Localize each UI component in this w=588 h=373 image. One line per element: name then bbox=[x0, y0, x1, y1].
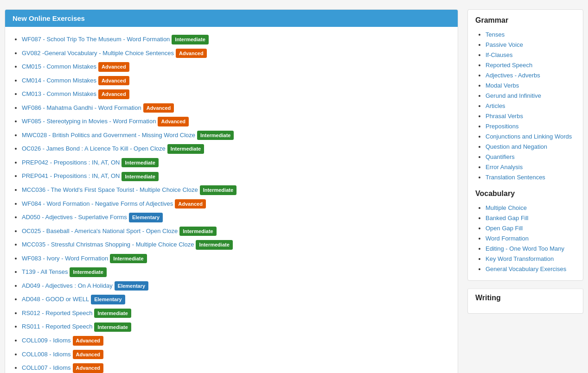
sidebar-link[interactable]: Passive Voice bbox=[486, 41, 523, 48]
sidebar-link[interactable]: Key Word Transformation bbox=[486, 255, 554, 262]
level-badge: Advanced bbox=[73, 336, 104, 346]
exercise-link[interactable]: MWC028 - British Politics and Government… bbox=[22, 132, 195, 139]
sidebar-link[interactable]: General Vocabulary Exercises bbox=[486, 266, 566, 272]
level-badge: Intermediate bbox=[121, 158, 158, 168]
sidebar-link[interactable]: Reported Speech bbox=[486, 62, 532, 69]
level-badge: Intermediate bbox=[110, 254, 147, 264]
sidebar-link[interactable]: Editing - One Word Too Many bbox=[486, 245, 564, 252]
exercises-header: New Online Exercises bbox=[5, 10, 458, 27]
exercise-link[interactable]: PREP041 - Prepositions : IN, AT, ON bbox=[22, 172, 120, 179]
list-item: AD050 - Adjectives - Superlative FormsEl… bbox=[22, 210, 450, 224]
exercise-link[interactable]: WF086 - Mahatma Gandhi - Word Formation bbox=[22, 104, 141, 111]
list-item: AD048 - GOOD or WELLElementary bbox=[22, 292, 450, 306]
exercise-link[interactable]: MCC036 - The World's First Space Tourist… bbox=[22, 186, 198, 193]
sidebar-item: Translation Sentences bbox=[486, 172, 575, 182]
list-item: MCC036 - The World's First Space Tourist… bbox=[22, 183, 450, 197]
list-item: PREP041 - Prepositions : IN, AT, ONInter… bbox=[22, 169, 450, 183]
level-badge: Intermediate bbox=[196, 240, 232, 250]
exercise-link[interactable]: COLL008 - Idioms bbox=[22, 351, 71, 358]
sidebar-link[interactable]: Phrasal Verbs bbox=[486, 113, 523, 120]
exercise-link[interactable]: WF084 - Word Formation - Negative Forms … bbox=[22, 200, 173, 207]
list-item: OC025 - Baseball - America's National Sp… bbox=[22, 224, 450, 238]
level-badge: Intermediate bbox=[179, 227, 216, 236]
exercise-link[interactable]: MCC035 - Stressful Christmas Shopping - … bbox=[22, 241, 194, 248]
exercise-link[interactable]: AD050 - Adjectives - Superlative Forms bbox=[22, 214, 127, 221]
exercise-link[interactable]: PREP042 - Prepositions : IN, AT, ON bbox=[22, 159, 120, 166]
level-badge: Intermediate bbox=[70, 267, 106, 277]
level-badge: Advanced bbox=[98, 76, 129, 86]
list-item: WF087 - School Trip To The Museum - Word… bbox=[22, 32, 450, 46]
page-wrapper: New Online Exercises WF087 - School Trip… bbox=[0, 0, 588, 373]
list-item: CM015 - Common MistakesAdvanced bbox=[22, 60, 450, 74]
level-badge: Intermediate bbox=[94, 309, 131, 318]
exercise-link[interactable]: WF087 - School Trip To The Museum - Word… bbox=[22, 36, 170, 43]
level-badge: Advanced bbox=[176, 49, 207, 58]
exercise-link[interactable]: CM014 - Common Mistakes bbox=[22, 77, 96, 84]
sidebar-link[interactable]: Conjunctions and Linking Words bbox=[486, 133, 572, 140]
exercise-link[interactable]: T139 - All Tenses bbox=[22, 268, 68, 275]
exercise-link[interactable]: AD048 - GOOD or WELL bbox=[22, 296, 89, 303]
level-badge: Advanced bbox=[175, 199, 206, 209]
sidebar-link[interactable]: Word Formation bbox=[486, 235, 529, 242]
grammar-title: Grammar bbox=[475, 16, 575, 25]
exercise-link[interactable]: OC025 - Baseball - America's National Sp… bbox=[22, 228, 178, 234]
list-item: COLL007 - IdiomsAdvanced bbox=[22, 361, 450, 373]
exercise-link[interactable]: CM013 - Common Mistakes bbox=[22, 90, 96, 97]
sidebar-item: Gerund and Infinitive bbox=[486, 90, 575, 101]
sidebar-link[interactable]: If-Clauses bbox=[486, 51, 513, 58]
exercise-link[interactable]: COLL009 - Idioms bbox=[22, 337, 71, 344]
list-item: RS012 - Reported SpeechIntermediate bbox=[22, 306, 450, 320]
main-content: New Online Exercises WF087 - School Trip… bbox=[5, 9, 458, 373]
sidebar-link[interactable]: Multiple Choice bbox=[486, 204, 527, 211]
level-badge: Intermediate bbox=[197, 131, 234, 140]
list-item: MCC035 - Stressful Christmas Shopping - … bbox=[22, 238, 450, 252]
list-item: WF083 - Ivory - Word FormationIntermedia… bbox=[22, 252, 450, 266]
sidebar-link[interactable]: Question and Negation bbox=[486, 143, 547, 150]
level-badge: Elementary bbox=[129, 213, 163, 222]
sidebar-item: Tenses bbox=[486, 29, 575, 39]
sidebar: Grammar TensesPassive VoiceIf-ClausesRep… bbox=[467, 9, 583, 373]
vocabulary-title: Vocabulary bbox=[475, 190, 575, 198]
sidebar-item: Quantifiers bbox=[486, 152, 575, 162]
list-item: WF085 - Stereotyping in Movies - Word Fo… bbox=[22, 114, 450, 128]
exercise-link[interactable]: COLL007 - Idioms bbox=[22, 364, 71, 371]
sidebar-link[interactable]: Prepositions bbox=[486, 123, 519, 130]
exercises-box: New Online Exercises WF087 - School Trip… bbox=[5, 9, 458, 373]
sidebar-link[interactable]: Open Gap Fill bbox=[486, 225, 523, 232]
sidebar-link[interactable]: Modal Verbs bbox=[486, 82, 519, 89]
writing-box: Writing bbox=[467, 288, 583, 314]
level-badge: Advanced bbox=[158, 117, 189, 126]
level-badge: Intermediate bbox=[94, 322, 131, 332]
exercise-link[interactable]: WF085 - Stereotyping in Movies - Word Fo… bbox=[22, 118, 156, 125]
exercise-link[interactable]: RS012 - Reported Speech bbox=[22, 310, 92, 316]
grammar-box: Grammar TensesPassive VoiceIf-ClausesRep… bbox=[467, 9, 583, 281]
exercise-link[interactable]: CM015 - Common Mistakes bbox=[22, 63, 96, 70]
sidebar-link[interactable]: Translation Sentences bbox=[486, 174, 545, 181]
sidebar-item: Open Gap Fill bbox=[486, 223, 575, 233]
exercise-link[interactable]: AD049 - Adjectives : On A Holiday bbox=[22, 282, 113, 289]
sidebar-link[interactable]: Error Analysis bbox=[486, 164, 523, 171]
sidebar-link[interactable]: Adjectives - Adverbs bbox=[486, 72, 540, 79]
sidebar-link[interactable]: Tenses bbox=[486, 31, 505, 38]
sidebar-link[interactable]: Articles bbox=[486, 102, 505, 109]
sidebar-item: Error Analysis bbox=[486, 162, 575, 172]
list-item: COLL009 - IdiomsAdvanced bbox=[22, 334, 450, 348]
exercise-link[interactable]: OC026 - James Bond : A Licence To Kill -… bbox=[22, 145, 166, 152]
level-badge: Elementary bbox=[115, 281, 148, 291]
sidebar-item: Phrasal Verbs bbox=[486, 111, 575, 121]
exercise-link[interactable]: GV082 -General Vocabulary - Multiple Cho… bbox=[22, 50, 174, 57]
level-badge: Intermediate bbox=[172, 35, 208, 44]
exercise-link[interactable]: RS011 - Reported Speech bbox=[22, 323, 92, 330]
list-item: WF086 - Mahatma Gandhi - Word FormationA… bbox=[22, 101, 450, 115]
list-item: WF084 - Word Formation - Negative Forms … bbox=[22, 197, 450, 211]
sidebar-item: Articles bbox=[486, 101, 575, 111]
sidebar-item: Prepositions bbox=[486, 121, 575, 131]
sidebar-item: General Vocabulary Exercises bbox=[486, 264, 575, 274]
writing-title: Writing bbox=[475, 294, 575, 302]
sidebar-item: Key Word Transformation bbox=[486, 253, 575, 264]
exercise-link[interactable]: WF083 - Ivory - Word Formation bbox=[22, 255, 108, 262]
level-badge: Advanced bbox=[143, 103, 174, 113]
sidebar-link[interactable]: Gerund and Infinitive bbox=[486, 92, 541, 99]
sidebar-link[interactable]: Quantifiers bbox=[486, 153, 515, 160]
sidebar-link[interactable]: Banked Gap Fill bbox=[486, 215, 529, 221]
